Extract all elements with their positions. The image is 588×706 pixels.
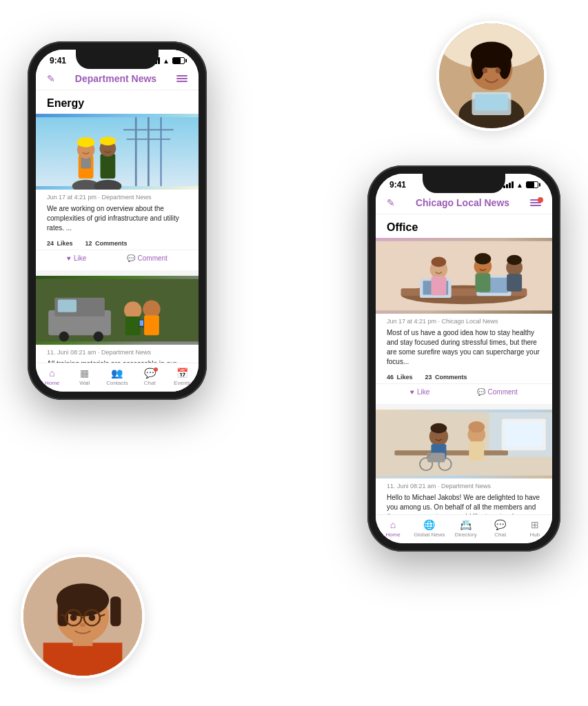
circle-photo-bottom-left — [21, 554, 145, 678]
nav-wall-1[interactable]: ▦ Wall — [71, 367, 99, 386]
svg-rect-54 — [140, 321, 143, 326]
home-icon-1: ⌂ — [49, 367, 54, 379]
nav-chat-1[interactable]: 💬 Chat — [136, 367, 163, 386]
news-stats-2: 46 Likes 23 Comments — [376, 371, 552, 383]
header-title-2: Chicago Local News — [416, 197, 509, 208]
heart-icon-2: ♥ — [410, 388, 414, 396]
news-meta-1: Jun 17 at 4:21 pm · Department News — [36, 190, 199, 203]
status-time-2: 9:41 — [389, 180, 406, 190]
contacts-icon-1: 👥 — [111, 367, 123, 379]
battery-icon-1 — [172, 57, 185, 64]
like-button-2[interactable]: ♥ Like — [410, 388, 429, 396]
news-image-meeting — [376, 410, 552, 478]
svg-point-42 — [100, 137, 116, 145]
news-meta-3: Jun 17 at 4:21 pm · Chicago Local News — [376, 314, 552, 327]
app-header-1: ✎ Department News — [36, 69, 199, 90]
nav-events-1[interactable]: 📅 Events — [168, 367, 196, 386]
news-meta-4: 11. Juni 08:21 am · Department News — [376, 478, 552, 492]
comment-button-2[interactable]: 💬 Comment — [477, 388, 518, 396]
svg-point-5 — [472, 46, 485, 79]
svg-rect-69 — [507, 274, 522, 292]
svg-point-46 — [59, 332, 70, 342]
section-heading-1: Energy — [36, 90, 199, 114]
nav-contacts-1[interactable]: 👥 Contacts — [103, 367, 131, 386]
news-text-4: Hello to Michael Jakobs! We are delighte… — [376, 492, 552, 514]
svg-rect-10 — [475, 94, 508, 111]
header-title-1: Department News — [75, 73, 156, 84]
wall-icon-1: ▦ — [80, 367, 89, 379]
news-image-office — [376, 238, 552, 314]
notification-dot-2 — [538, 197, 543, 203]
svg-rect-63 — [431, 276, 446, 295]
nav-home-1[interactable]: ⌂ Home — [39, 367, 66, 386]
menu-icon-1[interactable] — [176, 75, 187, 82]
comment-button-1[interactable]: 💬 Comment — [127, 254, 168, 262]
news-card-3: Jun 17 at 4:21 pm · Chicago Local News M… — [376, 238, 552, 403]
nav-global-2[interactable]: 🌐 Global News — [414, 519, 445, 538]
svg-point-6 — [498, 46, 511, 79]
svg-rect-85 — [505, 422, 543, 447]
globe-icon-2: 🌐 — [423, 519, 435, 530]
news-text-1: We are working on overview about the com… — [36, 203, 199, 237]
svg-point-64 — [431, 257, 446, 268]
svg-point-38 — [77, 137, 94, 148]
card-divider-2 — [376, 404, 552, 410]
news-card-1: Jun 17 at 4:21 pm · Department News We a… — [36, 114, 199, 269]
menu-wrap-1[interactable] — [176, 75, 187, 82]
wifi-icon-2: ▲ — [516, 181, 523, 189]
svg-rect-50 — [125, 316, 141, 335]
svg-point-49 — [124, 301, 141, 319]
svg-point-26 — [89, 614, 96, 621]
nav-directory-2[interactable]: 📇 Directory — [452, 519, 480, 538]
heart-icon-1: ♥ — [67, 254, 71, 262]
svg-rect-66 — [475, 273, 490, 292]
svg-point-51 — [143, 300, 160, 317]
content-area-1: Energy — [36, 90, 199, 363]
circle-photo-top-right — [436, 21, 547, 131]
svg-rect-73 — [394, 450, 508, 455]
directory-icon-2: 📇 — [460, 519, 472, 530]
like-button-1[interactable]: ♥ Like — [67, 254, 86, 262]
news-actions-1: ♥ Like 💬 Comment — [36, 250, 199, 269]
comment-icon-2: 💬 — [477, 388, 485, 396]
svg-point-76 — [431, 423, 447, 434]
news-meta-2: 11. Juni 08:21 am · Department News — [36, 345, 199, 358]
svg-point-27 — [80, 623, 85, 627]
news-stats-1: 24 Likes 12 Comments — [36, 237, 199, 250]
edit-icon-2[interactable]: ✎ — [387, 197, 395, 208]
news-card-4: 11. Juni 08:21 am · Department News Hell… — [376, 410, 552, 514]
svg-rect-14 — [43, 643, 123, 676]
phone-1: 9:41 ▲ ✎ Department News — [28, 41, 207, 400]
events-icon-1: 📅 — [176, 367, 188, 379]
nav-hub-2[interactable]: ⊞ Hub — [521, 519, 549, 538]
nav-home-2[interactable]: ⌂ Home — [379, 519, 407, 538]
svg-point-67 — [475, 253, 491, 264]
news-image-workers — [36, 114, 199, 190]
svg-rect-52 — [144, 315, 159, 335]
content-area-2: Office — [376, 214, 552, 514]
svg-rect-28 — [36, 117, 199, 186]
phone-2: 9:41 ▲ ✎ Chicago Local Ne — [367, 165, 560, 552]
news-actions-2: ♥ Like 💬 Comment — [376, 383, 552, 403]
phone-notch-1 — [76, 50, 159, 69]
phone-notch-2 — [423, 174, 505, 193]
svg-rect-82 — [469, 441, 484, 460]
news-card-2: 11. Juni 08:21 am · Department News All … — [36, 276, 199, 363]
news-text-3: Most of us have a good idea how to stay … — [376, 327, 552, 371]
svg-rect-48 — [58, 300, 77, 312]
svg-rect-19 — [110, 596, 121, 626]
edit-icon-1[interactable]: ✎ — [47, 73, 55, 84]
news-image-van — [36, 276, 199, 345]
news-text-2: All training materials are accessable in… — [36, 358, 199, 363]
nav-chat-2[interactable]: 💬 Chat — [487, 519, 514, 538]
svg-point-8 — [496, 68, 501, 74]
home-icon-2: ⌂ — [390, 519, 396, 530]
comment-icon-1: 💬 — [127, 254, 135, 262]
menu-wrap-2[interactable] — [530, 199, 541, 206]
battery-icon-2 — [526, 181, 538, 188]
app-header-2: ✎ Chicago Local News — [376, 193, 552, 214]
bottom-nav-2: ⌂ Home 🌐 Global News 📇 Directory 💬 Chat … — [376, 514, 552, 543]
svg-point-83 — [468, 421, 485, 432]
hub-icon-2: ⊞ — [531, 519, 539, 530]
section-heading-2: Office — [376, 214, 552, 238]
